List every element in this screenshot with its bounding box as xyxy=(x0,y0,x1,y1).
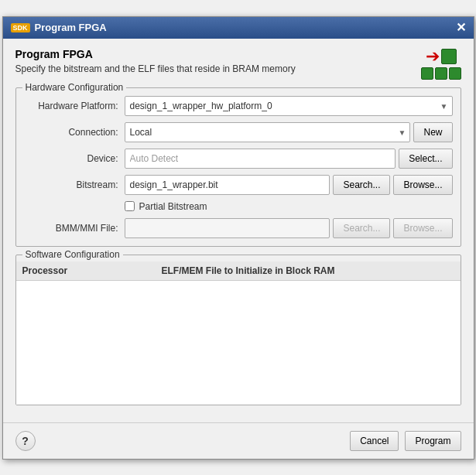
dialog-footer: ? Cancel Program xyxy=(3,422,474,459)
hardware-platform-select[interactable]: design_1_wrapper_hw_platform_0 xyxy=(125,96,453,116)
connection-label: Connection: xyxy=(24,127,125,138)
device-row: Device: Select... xyxy=(24,149,453,169)
search-button-2: Search... xyxy=(333,218,390,238)
header-icon-area: ➔ xyxy=(421,48,461,80)
program-fpga-dialog: SDK Program FPGA ✕ Program FPGA Specify … xyxy=(2,16,474,460)
hardware-platform-control: design_1_wrapper_hw_platform_0 ▼ xyxy=(125,96,453,116)
icon-row-2 xyxy=(421,67,461,80)
browse-button-1[interactable]: Browse... xyxy=(393,175,452,195)
device-controls: Select... xyxy=(125,149,453,169)
arrow-icon: ➔ xyxy=(426,48,440,65)
partial-bitstream-row: Partial Bitstream xyxy=(24,201,453,212)
hardware-config-section: Hardware Configuration Hardware Platform… xyxy=(15,87,461,247)
title-bar: SDK Program FPGA ✕ xyxy=(3,17,474,39)
help-button[interactable]: ? xyxy=(15,431,36,451)
icon-row-1: ➔ xyxy=(426,48,457,65)
dialog-header: Program FPGA Specify the bitstream and t… xyxy=(15,48,461,80)
hardware-config-label: Hardware Configuration xyxy=(22,82,127,93)
green-box-4 xyxy=(449,67,461,80)
footer-right: Cancel Program xyxy=(350,431,461,451)
dialog-main-title: Program FPGA xyxy=(15,48,296,60)
connection-controls: Local ▼ New xyxy=(125,122,453,142)
bmm-input[interactable] xyxy=(125,218,330,238)
new-button[interactable]: New xyxy=(413,122,452,142)
bmm-label: BMM/MMI File: xyxy=(24,223,125,234)
bmm-controls: Search... Browse... xyxy=(125,218,453,238)
partial-bitstream-checkbox[interactable] xyxy=(125,201,135,211)
hardware-platform-select-wrapper: design_1_wrapper_hw_platform_0 ▼ xyxy=(125,96,453,116)
table-header: Processor ELF/MEM File to Initialize in … xyxy=(16,261,461,281)
connection-row: Connection: Local ▼ New xyxy=(24,122,453,142)
connection-select[interactable]: Local xyxy=(125,122,411,142)
device-input[interactable] xyxy=(125,149,396,169)
title-bar-left: SDK Program FPGA xyxy=(11,22,107,33)
green-box-3 xyxy=(435,67,447,80)
dialog-body: Program FPGA Specify the bitstream and t… xyxy=(3,39,474,422)
dialog-subtitle: Specify the bitstream and the ELF files … xyxy=(15,63,296,74)
hardware-platform-label: Hardware Platform: xyxy=(24,101,125,111)
green-box-1 xyxy=(441,49,457,64)
col-elf-header: ELF/MEM File to Initialize in Block RAM xyxy=(162,265,335,276)
device-label: Device: xyxy=(24,153,125,164)
connection-select-wrapper: Local ▼ xyxy=(125,122,411,142)
bmm-row: BMM/MMI File: Search... Browse... xyxy=(24,218,453,238)
select-button[interactable]: Select... xyxy=(399,149,452,169)
bitstream-controls: Search... Browse... xyxy=(125,175,453,195)
dialog-header-text: Program FPGA Specify the bitstream and t… xyxy=(15,48,296,74)
search-button-1[interactable]: Search... xyxy=(333,175,390,195)
software-config-section: Software Configuration Processor ELF/MEM… xyxy=(15,255,461,405)
hardware-platform-row: Hardware Platform: design_1_wrapper_hw_p… xyxy=(24,96,453,116)
software-config-label: Software Configuration xyxy=(22,249,123,260)
close-icon[interactable]: ✕ xyxy=(456,22,466,34)
footer-left: ? xyxy=(15,431,36,451)
bitstream-input[interactable] xyxy=(125,175,330,195)
bitstream-label: Bitstream: xyxy=(24,179,125,190)
browse-button-2: Browse... xyxy=(393,218,452,238)
bitstream-row: Bitstream: Search... Browse... xyxy=(24,175,453,195)
dialog-title: Program FPGA xyxy=(35,22,107,33)
sdk-badge: SDK xyxy=(11,23,30,32)
program-button[interactable]: Program xyxy=(405,431,461,451)
green-box-2 xyxy=(421,67,433,80)
col-processor-header: Processor xyxy=(22,265,162,276)
table-body xyxy=(16,281,461,405)
partial-bitstream-label: Partial Bitstream xyxy=(139,201,207,212)
cancel-button[interactable]: Cancel xyxy=(350,431,399,451)
